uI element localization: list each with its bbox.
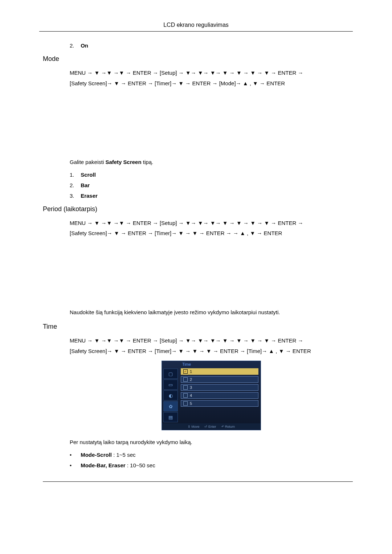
osd-hints: ⇕ Move ⏎ Enter ↶ Return: [162, 423, 261, 430]
nav-line: [Safety Screen]→ ▼ → ENTER → [Timer]→ ▼ …: [70, 348, 311, 354]
osd-tab-icon: ◐: [163, 390, 178, 401]
osd-tab-icon-active: ✿: [163, 401, 178, 411]
checkbox-icon: [183, 385, 188, 390]
body-text: Naudokite šią funkciją kiekvieno laikmat…: [70, 308, 353, 317]
item-label: On: [81, 42, 88, 49]
bullet-rest: : 1~5 sec: [112, 452, 135, 458]
checkbox-icon: [183, 377, 188, 382]
list-item: 3. Eraser: [70, 193, 353, 199]
osd-title: Time: [162, 361, 261, 368]
osd-tab-icon: ▤: [163, 412, 178, 422]
bullet-icon: •: [70, 452, 79, 458]
list-item: 2. Bar: [70, 182, 353, 188]
nav-line: MENU → ▼ →▼ →▼ → ENTER → [Setup] → ▼→ ▼→…: [70, 220, 303, 226]
text-bold: Safety Screen: [105, 159, 141, 165]
check-icon: ✔: [183, 369, 188, 374]
list-item: 2. On: [70, 42, 353, 49]
osd-tab-icon: ▢: [163, 369, 178, 379]
section-heading-period: Period (laikotarpis): [43, 205, 353, 213]
nav-path-period: MENU → ▼ →▼ →▼ → ENTER → [Setup] → ▼→ ▼→…: [70, 218, 353, 239]
item-label: Eraser: [81, 193, 98, 199]
body-text: Galite pakeisti Safety Screen tipą.: [70, 158, 353, 167]
nav-path-time: MENU → ▼ →▼ →▼ → ENTER → [Setup] → ▼→ ▼→…: [70, 336, 353, 356]
item-number: 2.: [70, 182, 79, 188]
item-number: 3.: [70, 193, 79, 199]
osd-option: 5: [181, 400, 258, 407]
bullet-rest: : 10~50 sec: [126, 462, 155, 468]
nav-line: MENU → ▼ →▼ →▼ → ENTER → [Setup] → ▼→ ▼→…: [70, 337, 303, 344]
nav-path-mode: MENU → ▼ →▼ →▼ → ENTER → [Setup] → ▼→ ▼→…: [70, 68, 353, 89]
item-label: Scroll: [81, 172, 96, 178]
list-item: 1. Scroll: [70, 172, 353, 178]
osd-option-label: 2: [190, 377, 192, 382]
body-text: Per nustatytą laiko tarpą nurodykite vyk…: [70, 438, 353, 447]
hint-enter: ⏎ Enter: [204, 425, 216, 428]
item-number: 2.: [70, 42, 79, 49]
nav-line: MENU → ▼ →▼ →▼ → ENTER → [Setup] → ▼→ ▼→…: [70, 70, 303, 76]
osd-option-label: 4: [190, 393, 192, 398]
figure-placeholder: [70, 92, 353, 150]
nav-line: [Safety Screen]→ ▼ → ENTER → [Timer]→ ▼ …: [70, 230, 282, 236]
nav-line: [Safety Screen]→ ▼ → ENTER → [Timer]→ ▼ …: [70, 80, 285, 86]
osd-option: 2: [181, 376, 258, 383]
bullet-bold: Mode-Bar, Eraser: [81, 462, 125, 468]
text: tipą.: [142, 159, 154, 165]
osd-menu: Time ▢ ▭ ◐ ✿ ▤ ✔ 1: [162, 361, 261, 430]
bullet-item: • Mode-Bar, Eraser : 10~50 sec: [70, 462, 353, 468]
hint-move: ⇕ Move: [188, 425, 200, 428]
osd-sidebar: ▢ ▭ ◐ ✿ ▤: [162, 368, 179, 423]
figure-placeholder: [70, 242, 353, 300]
osd-option-label: 3: [190, 385, 192, 390]
section-heading-mode: Mode: [43, 55, 353, 63]
header-title: LCD ekrano reguliavimas: [163, 22, 229, 28]
osd-option: 3: [181, 384, 258, 391]
bullet-item: • Mode-Scroll : 1~5 sec: [70, 452, 353, 458]
osd-list: ✔ 1 2 3 4: [179, 368, 261, 423]
osd-tab-icon: ▭: [163, 379, 178, 390]
checkbox-icon: [183, 401, 188, 406]
osd-option: 4: [181, 392, 258, 399]
bullet-icon: •: [70, 462, 79, 468]
footer-rule: [43, 481, 353, 482]
checkbox-icon: [183, 393, 188, 398]
section-heading-time: Time: [43, 323, 353, 331]
hint-return: ↶ Return: [221, 425, 235, 428]
bullet-bold: Mode-Scroll: [81, 452, 112, 458]
osd-option-label: 5: [190, 401, 192, 406]
page-header: LCD ekrano reguliavimas: [39, 22, 353, 32]
osd-option-selected: ✔ 1: [181, 368, 258, 375]
item-number: 1.: [70, 172, 79, 178]
item-label: Bar: [81, 182, 90, 188]
text: Galite pakeisti: [70, 159, 105, 165]
osd-option-label: 1: [190, 369, 192, 374]
